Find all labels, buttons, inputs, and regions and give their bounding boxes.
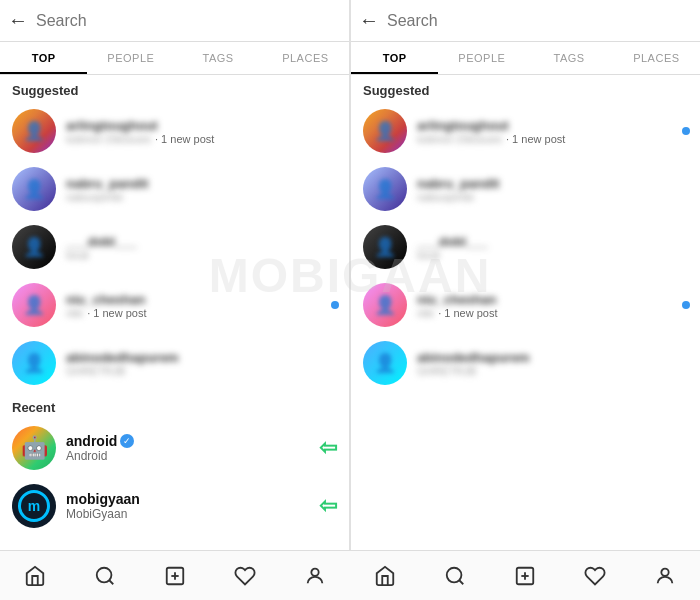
left-recent-label: Recent xyxy=(0,392,349,419)
android-list-item[interactable]: 🤖 android Android ⇦ xyxy=(0,419,349,477)
item-info: arlingtoughout tubinos·15kssues · 1 new … xyxy=(66,118,337,145)
mobigyaan-username: mobigyaan xyxy=(66,491,309,507)
left-tabs: TOP PEOPLE TAGS PLACES xyxy=(0,42,349,75)
right-search-input[interactable] xyxy=(387,12,692,30)
item-sub: GHRETRJB xyxy=(66,365,337,377)
search-icon-right xyxy=(444,565,466,587)
left-profile-nav[interactable] xyxy=(280,551,350,600)
panels-wrapper: MOBIGAAN ← TOP PEOPLE TAGS PLACES Sugges… xyxy=(0,0,700,550)
avatar-face: 👤 xyxy=(12,109,56,153)
left-panel-content: Suggested 👤 arlingtoughout tubinos·15kss… xyxy=(0,75,349,550)
avatar: 👤 xyxy=(12,167,56,211)
arrow-right-icon: ⇦ xyxy=(319,435,337,461)
left-heart-nav[interactable] xyxy=(210,551,280,600)
arrow-right-icon-2: ⇦ xyxy=(319,493,337,519)
left-search-bar: ← xyxy=(0,0,349,42)
list-item[interactable]: 👤 abinodedhapurem GHRETRJB xyxy=(351,334,700,392)
profile-icon xyxy=(304,565,326,587)
item-name: abinodedhapurem xyxy=(417,350,688,365)
item-sub: nabuopimbi xyxy=(417,191,688,203)
unread-dot xyxy=(682,301,690,309)
right-tab-places[interactable]: PLACES xyxy=(613,42,700,74)
mobigyaan-display-name: MobiGyaan xyxy=(66,507,309,521)
item-info: ___dobl___ local xyxy=(417,234,688,261)
right-search-nav[interactable] xyxy=(420,551,490,600)
list-item[interactable]: 👤 abinodedhapurem GHRETRJB xyxy=(0,334,349,392)
item-name: ___dobl___ xyxy=(66,234,337,249)
avatar-face: 👤 xyxy=(363,109,407,153)
right-back-arrow[interactable]: ← xyxy=(359,9,379,32)
item-info: nabru_pandit nabuopimbi xyxy=(417,176,688,203)
avatar-face: 👤 xyxy=(363,225,407,269)
unread-dot xyxy=(331,301,339,309)
left-nav-half xyxy=(0,551,350,600)
item-sub-blurred: nile xyxy=(66,307,83,319)
left-tab-top[interactable]: TOP xyxy=(0,42,87,74)
avatar-face: 👤 xyxy=(363,167,407,211)
right-tab-top[interactable]: TOP xyxy=(351,42,438,74)
android-avatar: 🤖 xyxy=(12,426,56,470)
avatar-face: 👤 xyxy=(12,167,56,211)
right-tabs: TOP PEOPLE TAGS PLACES xyxy=(351,42,700,75)
avatar: 👤 xyxy=(363,283,407,327)
svg-point-6 xyxy=(447,567,462,582)
item-info: arlingtoughout tubinos·15kssues · 1 new … xyxy=(417,118,688,145)
item-info: ___dobl___ local xyxy=(66,234,337,261)
item-name: niu_cheshan xyxy=(66,292,337,307)
right-nav-half xyxy=(350,551,700,600)
right-panel-content: Suggested 👤 arlingtoughout tubinos·15kss… xyxy=(351,75,700,550)
item-name: nabru_pandit xyxy=(417,176,688,191)
right-home-nav[interactable] xyxy=(350,551,420,600)
left-tab-tags[interactable]: TAGS xyxy=(175,42,262,74)
left-search-input[interactable] xyxy=(36,12,341,30)
svg-line-7 xyxy=(459,580,463,584)
avatar-face: 👤 xyxy=(12,283,56,327)
right-heart-nav[interactable] xyxy=(560,551,630,600)
avatar: 👤 xyxy=(363,167,407,211)
item-info: abinodedhapurem GHRETRJB xyxy=(417,350,688,377)
list-item[interactable]: 👤 nabru_pandit nabuopimbi xyxy=(0,160,349,218)
item-new-post: · 1 new post xyxy=(506,133,565,145)
list-item[interactable]: 👤 arlingtoughout tubinos·15kssues · 1 ne… xyxy=(351,102,700,160)
item-sub: nabuopimbi xyxy=(66,191,337,203)
list-item[interactable]: 👤 ___dobl___ local xyxy=(351,218,700,276)
item-sub-blurred: nile xyxy=(417,307,434,319)
left-tab-people[interactable]: PEOPLE xyxy=(87,42,174,74)
svg-point-0 xyxy=(97,567,112,582)
profile-icon-right xyxy=(654,565,676,587)
mobigyaan-list-item[interactable]: m mobigyaan MobiGyaan ⇦ xyxy=(0,477,349,535)
right-tab-people[interactable]: PEOPLE xyxy=(438,42,525,74)
left-add-nav[interactable] xyxy=(140,551,210,600)
item-name: nabru_pandit xyxy=(66,176,337,191)
item-sub: local xyxy=(417,249,688,261)
avatar: 👤 xyxy=(12,341,56,385)
svg-line-1 xyxy=(109,580,113,584)
left-search-nav[interactable] xyxy=(70,551,140,600)
mobigyaan-avatar: m xyxy=(12,484,56,528)
left-panel: ← TOP PEOPLE TAGS PLACES Suggested 👤 arl… xyxy=(0,0,350,550)
list-item[interactable]: 👤 ___dobl___ local xyxy=(0,218,349,276)
avatar-face: 👤 xyxy=(363,283,407,327)
list-item[interactable]: 👤 niu_cheshan nile · 1 new post xyxy=(351,276,700,334)
left-home-nav[interactable] xyxy=(0,551,70,600)
item-new-post: · 1 new post xyxy=(438,307,497,319)
item-sub-row: tubinos·15kssues · 1 new post xyxy=(417,133,688,145)
left-tab-places[interactable]: PLACES xyxy=(262,42,349,74)
right-tab-tags[interactable]: TAGS xyxy=(526,42,613,74)
left-back-arrow[interactable]: ← xyxy=(8,9,28,32)
right-suggested-label: Suggested xyxy=(351,75,700,102)
item-info: abinodedhapurem GHRETRJB xyxy=(66,350,337,377)
list-item[interactable]: 👤 arlingtoughout tubinos·15kssues · 1 ne… xyxy=(0,102,349,160)
avatar: 👤 xyxy=(363,225,407,269)
item-name: niu_cheshan xyxy=(417,292,688,307)
item-info: niu_cheshan nile · 1 new post xyxy=(417,292,688,319)
heart-icon xyxy=(234,565,256,587)
right-add-nav[interactable] xyxy=(490,551,560,600)
item-sub-row: nile · 1 new post xyxy=(66,307,337,319)
list-item[interactable]: 👤 nabru_pandit nabuopimbi xyxy=(351,160,700,218)
avatar: 👤 xyxy=(12,109,56,153)
right-profile-nav[interactable] xyxy=(630,551,700,600)
search-icon xyxy=(94,565,116,587)
bottom-nav xyxy=(0,550,700,600)
list-item[interactable]: 👤 niu_cheshan nile · 1 new post xyxy=(0,276,349,334)
